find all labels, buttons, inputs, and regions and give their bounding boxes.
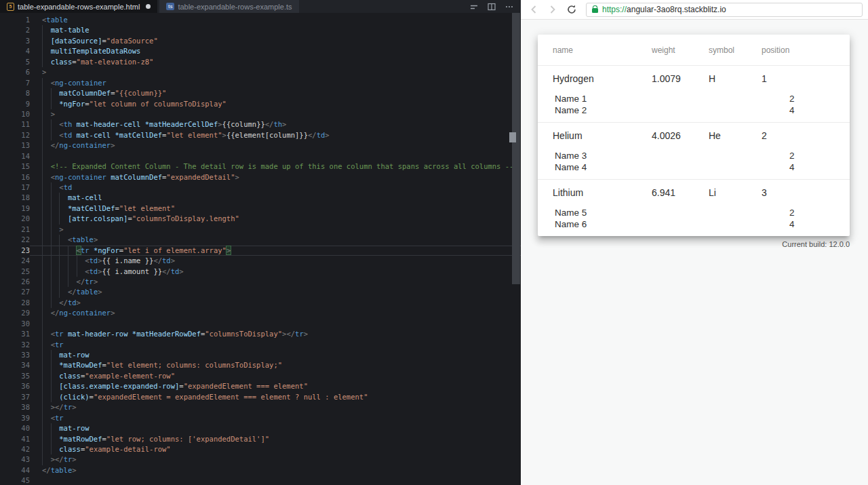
refresh-icon[interactable] xyxy=(563,1,580,18)
code-line[interactable]: 2 mat-table xyxy=(0,25,521,35)
code-line[interactable]: 26 </tr> xyxy=(0,277,521,287)
editor-scrollbar[interactable] xyxy=(511,13,521,485)
line-number: 1 xyxy=(0,15,30,25)
split-editor-icon[interactable] xyxy=(484,1,499,12)
url-bar[interactable]: https://angular-3ao8rq.stackblitz.io xyxy=(586,3,863,17)
code-line[interactable]: 5 class="mat-elevation-z8" xyxy=(0,57,521,67)
element-row[interactable]: Lithium6.941Li3 xyxy=(538,180,850,206)
line-number: 23 xyxy=(0,246,30,256)
indent-guide xyxy=(42,151,43,161)
code-line[interactable]: 44</table> xyxy=(0,465,521,476)
indent-guide xyxy=(42,371,43,381)
code-line[interactable]: 9 *ngFor="let column of columnsToDisplay… xyxy=(0,99,521,109)
code-line[interactable]: 43 ></tr> xyxy=(0,454,521,465)
line-content: <table> xyxy=(30,235,521,245)
code-line[interactable]: 17 <td xyxy=(0,182,521,193)
indent-guide xyxy=(42,203,43,214)
code-line[interactable]: 3 [dataSource]="dataSource" xyxy=(0,36,521,46)
code-line[interactable]: 39 <tr xyxy=(0,413,521,423)
code-line[interactable]: 24 <td>{{ i.name }}</td> xyxy=(0,256,521,266)
editor-tab[interactable]: 5table-expandable-rows-example.html xyxy=(0,0,157,13)
element-row[interactable]: Hydrogen1.0079H1 xyxy=(538,66,850,92)
code-line[interactable]: 30 xyxy=(0,319,521,329)
line-content: <tr xyxy=(30,340,521,350)
code-line[interactable]: 36 [class.example-expanded-row]="expande… xyxy=(0,381,521,391)
code-line[interactable]: 28 </td> xyxy=(0,298,521,308)
code-line[interactable]: 13 </ng-container> xyxy=(0,140,521,151)
indent-guide xyxy=(51,298,52,308)
open-changes-icon[interactable] xyxy=(466,1,481,12)
code-line[interactable]: 40 mat-row xyxy=(0,423,521,433)
code-line[interactable]: 6> xyxy=(0,67,521,77)
code-token: > xyxy=(72,403,76,411)
code-line[interactable]: 16 <ng-container matColumnDef="expandedD… xyxy=(0,172,521,182)
code-line[interactable]: 12 <td mat-cell *matCellDef="let element… xyxy=(0,130,521,140)
code-line[interactable]: 8 matColumnDef="{{column}}" xyxy=(0,88,521,98)
code-line[interactable]: 41 *matRowDef="let row; columns: ['expan… xyxy=(0,434,521,444)
line-content: [class.example-expanded-row]="expandedEl… xyxy=(30,381,521,391)
code-token: class xyxy=(51,58,73,66)
column-header: name xyxy=(553,45,652,55)
code-line[interactable]: 42 class="example-detail-row" xyxy=(0,444,521,454)
code-line[interactable]: 33 mat-row xyxy=(0,350,521,360)
line-content: <tr mat-header-row *matHeaderRowDef="col… xyxy=(30,329,521,339)
code-line[interactable]: 1<table xyxy=(0,15,521,25)
element-row[interactable]: Helium4.0026He2 xyxy=(538,123,850,149)
code-line[interactable]: 4 multiTemplateDataRows xyxy=(0,46,521,56)
indent-guide xyxy=(42,25,43,35)
more-actions-icon[interactable] xyxy=(501,1,517,12)
code-line[interactable]: 14 xyxy=(0,151,521,161)
code-line[interactable]: 34 *matRowDef="let element; columns: col… xyxy=(0,360,521,370)
code-token: > xyxy=(282,120,286,128)
code-token xyxy=(42,110,51,118)
line-number: 38 xyxy=(0,402,30,412)
line-number: 14 xyxy=(0,151,30,161)
code-line[interactable]: 38 ></tr> xyxy=(0,402,521,412)
forward-icon[interactable] xyxy=(544,1,561,18)
line-number: 15 xyxy=(0,161,30,172)
indent-guide xyxy=(51,256,52,266)
code-token: {{ i.name }} xyxy=(102,256,154,265)
code-line[interactable]: 22 <table> xyxy=(0,235,521,245)
code-line[interactable]: 19 *matCellDef="let element" xyxy=(0,203,521,214)
code-line[interactable]: 29 </ng-container> xyxy=(0,308,521,318)
code-line[interactable]: 18 mat-cell xyxy=(0,193,521,203)
cell-name: Hydrogen xyxy=(553,73,652,84)
detail-row: Name 32 xyxy=(553,150,835,161)
code-line[interactable]: 7 <ng-container xyxy=(0,78,521,88)
code-line[interactable]: 31 <tr mat-header-row *matHeaderRowDef="… xyxy=(0,329,521,339)
cell-position: 1 xyxy=(762,73,835,84)
code-line[interactable]: 27 </table> xyxy=(0,287,521,297)
line-content xyxy=(30,151,521,161)
code-token: td xyxy=(64,131,73,139)
indent-guide xyxy=(51,203,52,214)
code-line[interactable]: 21 > xyxy=(0,225,521,235)
editor-tab[interactable]: tstable-expandable-rows-example.ts xyxy=(159,0,298,13)
code-token: </ xyxy=(68,288,77,296)
code-line[interactable]: 35 class="example-element-row" xyxy=(0,371,521,381)
code-line[interactable]: 20 [attr.colspan]="columnsToDisplay.leng… xyxy=(0,214,521,224)
line-content: > xyxy=(30,225,521,235)
code-line[interactable]: 45 xyxy=(0,476,521,485)
indent-guide xyxy=(42,381,43,391)
code-editor[interactable]: 1<table2 mat-table3 [dataSource]="dataSo… xyxy=(0,13,521,485)
code-line[interactable]: 37 (click)="expandedElement = expandedEl… xyxy=(0,392,521,402)
code-line[interactable]: 23 <tr *ngFor="let i of element.array"> xyxy=(0,246,521,256)
line-number: 9 xyxy=(0,99,30,109)
line-number: 17 xyxy=(0,182,30,193)
line-content: ></tr> xyxy=(30,402,521,412)
indent-guide xyxy=(51,381,52,391)
scrollbar-thumb[interactable] xyxy=(512,13,520,284)
tab-label: table-expandable-rows-example.ts xyxy=(178,3,292,11)
code-line[interactable]: 15 <!-- Expanded Content Column - The de… xyxy=(0,161,521,172)
code-line[interactable]: 25 <td>{{ i.amount }}</td> xyxy=(0,267,521,277)
code-line[interactable]: 10 > xyxy=(0,109,521,119)
code-line[interactable]: 32 <tr xyxy=(0,340,521,350)
code-line[interactable]: 11 <th mat-header-cell *matHeaderCellDef… xyxy=(0,119,521,130)
cell-weight: 4.0026 xyxy=(652,130,709,141)
code-token: > xyxy=(94,277,98,286)
detail-name: Name 6 xyxy=(555,219,587,229)
back-icon[interactable] xyxy=(525,1,542,18)
code-token xyxy=(42,403,51,411)
code-token: </ xyxy=(51,141,60,149)
